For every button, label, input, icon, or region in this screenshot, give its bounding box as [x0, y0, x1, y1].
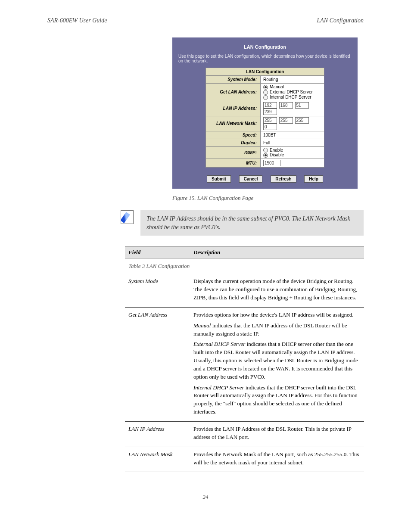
note-icon — [121, 210, 134, 224]
radio-igmp-disable[interactable] — [263, 153, 268, 158]
screenshot-button-row: Submit Cancel Refresh Help — [177, 175, 353, 183]
value-speed: 100BT — [261, 131, 324, 139]
header-left: SAR-600EW User Guide — [47, 17, 107, 24]
radio-external-dhcp[interactable] — [263, 90, 268, 95]
label-get-lan: Get LAN Address: — [206, 84, 261, 101]
header-rule — [47, 26, 364, 26]
table-3: Table 3 LAN Configuration Field Descript… — [125, 246, 364, 472]
t3-row1-opt0: Manual indicates that the LAN IP address… — [193, 322, 361, 338]
netmask-octet-2[interactable]: 255 — [279, 117, 293, 124]
label-igmp: IGMP: — [206, 146, 261, 159]
t3-row1-opt1: External DHCP Server indicates that a DH… — [193, 340, 361, 381]
t3-row0-field: System Mode — [125, 274, 190, 307]
figure-screenshot: LAN Configuration Use this page to set t… — [172, 37, 358, 189]
lan-config-table: LAN Configuration System Mode: Routing G… — [206, 68, 324, 168]
value-duplex: Full — [261, 139, 324, 146]
radio-igmp-disable-label: Disable — [270, 152, 284, 157]
t3-row3-desc: Provides the Network Mask of the LAN por… — [190, 447, 364, 472]
label-system-mode: System Mode: — [206, 76, 261, 84]
label-lan-ip: LAN IP Address: — [206, 101, 261, 116]
radio-manual-label: Manual — [270, 84, 284, 89]
screenshot-title: LAN Configuration — [177, 42, 353, 54]
figure-caption: Figure 15. LAN Configuration Page — [172, 195, 364, 202]
t3-row2-field: LAN IP Address — [125, 421, 190, 447]
t3-row1-desc-lead: Provides options for how the device's LA… — [193, 311, 354, 318]
page-header: SAR-600EW User Guide LAN Configuration — [47, 17, 364, 24]
cancel-button[interactable]: Cancel — [239, 175, 263, 183]
t3-row3-field: LAN Network Mask — [125, 447, 190, 472]
t3-row1-opt2: Internal DHCP Server indicates that the … — [193, 384, 361, 416]
help-button[interactable]: Help — [304, 175, 323, 183]
label-speed: Speed: — [206, 131, 261, 139]
netmask-octet-1[interactable]: 255 — [263, 117, 277, 124]
label-mtu: MTU: — [206, 159, 261, 168]
value-mtu: 1500 — [261, 159, 324, 168]
header-right: LAN Configuration — [317, 17, 364, 24]
lan-ip-octet-1[interactable]: 192 — [263, 102, 277, 109]
note-row: The LAN IP Address should be in the same… — [121, 210, 364, 236]
value-get-lan: Manual External DHCP Server Internal DHC… — [261, 84, 324, 101]
note-box: The LAN IP Address should be in the same… — [140, 210, 364, 236]
mtu-input[interactable]: 1500 — [263, 160, 280, 166]
table-3-head-desc: Description — [190, 246, 364, 259]
value-igmp: Enable Disable — [261, 146, 324, 159]
label-duplex: Duplex: — [206, 139, 261, 146]
screenshot-subtitle: Use this page to set the LAN configurati… — [177, 54, 353, 63]
radio-internal-dhcp-label: Internal DHCP Server — [270, 95, 311, 100]
lan-ip-octet-3[interactable]: 51 — [295, 102, 309, 109]
submit-button[interactable]: Submit — [207, 175, 231, 183]
netmask-octet-4[interactable]: 0 — [263, 124, 277, 130]
table-3-head-field: Field — [125, 246, 190, 259]
t3-row1-field: Get LAN Address — [125, 307, 190, 421]
t3-row1-desc: Provides options for how the device's LA… — [190, 307, 364, 421]
lan-ip-octet-2[interactable]: 168 — [279, 102, 293, 109]
radio-external-dhcp-label: External DHCP Server — [270, 90, 313, 94]
t3-row0-desc: Displays the current operation mode of t… — [190, 274, 364, 307]
cfg-table-header: LAN Configuration — [206, 68, 324, 76]
t3-row2-desc: Provides the LAN IP Address of the DSL R… — [190, 421, 364, 447]
refresh-button[interactable]: Refresh — [271, 175, 296, 183]
value-lan-ip: 192 168 51 239 — [261, 101, 324, 116]
radio-manual[interactable] — [263, 85, 268, 90]
label-netmask: LAN Network Mask: — [206, 116, 261, 131]
radio-igmp-enable-label: Enable — [270, 148, 283, 152]
radio-internal-dhcp[interactable] — [263, 95, 268, 100]
page-number: 24 — [47, 494, 364, 501]
netmask-octet-3[interactable]: 255 — [295, 117, 309, 124]
value-netmask: 255 255 255 0 — [261, 116, 324, 131]
lan-ip-octet-4[interactable]: 239 — [263, 109, 277, 115]
value-system-mode: Routing — [261, 76, 324, 84]
table-3-caption: Table 3 LAN Configuration — [125, 259, 364, 274]
radio-igmp-enable[interactable] — [263, 148, 268, 152]
